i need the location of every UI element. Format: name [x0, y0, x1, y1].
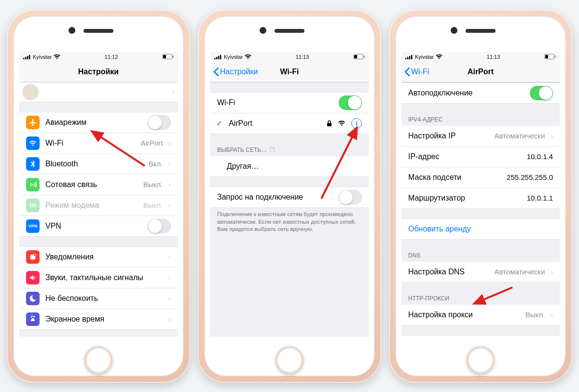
back-label: Wi-Fi: [411, 68, 429, 76]
row-hotspot[interactable]: Режим модема Выкл. ›: [19, 195, 178, 216]
row-bluetooth[interactable]: Bluetooth Вкл. ›: [19, 154, 178, 175]
moon-icon: [26, 292, 40, 305]
status-bar: Kyivstar 11:13: [210, 52, 369, 62]
row-other-network[interactable]: Другая…: [210, 156, 369, 177]
phone-3: Kyivstar 11:13 Wi-Fi: [389, 10, 572, 383]
proxy-header: HTTP-ПРОКСИ: [401, 292, 560, 305]
wifi-icon: [245, 54, 251, 59]
back-label: Настройки: [220, 68, 258, 76]
home-button[interactable]: [84, 346, 112, 374]
label: Маска подсети: [408, 173, 501, 182]
chevron-icon: ›: [168, 160, 171, 168]
value: Автоматически: [494, 132, 545, 140]
row-manage-network[interactable]: Управлять этой сетью: [401, 335, 560, 337]
label: Другая…: [227, 162, 362, 171]
status-time: 11:13: [296, 54, 309, 60]
row-sounds[interactable]: Звуки, тактильные сигналы ›: [19, 268, 178, 288]
svg-rect-18: [218, 56, 220, 59]
back-button[interactable]: Настройки: [213, 62, 258, 82]
network-name: AirPort: [229, 119, 321, 128]
row-screentime[interactable]: Экранное время ›: [19, 309, 178, 330]
home-button[interactable]: [467, 346, 495, 374]
svg-rect-23: [327, 123, 331, 126]
bezel: Kyivstar 11:13 Wi-Fi: [396, 16, 565, 376]
page-title: Настройки: [78, 68, 119, 76]
choose-network-header: ВЫБРАТЬ СЕТЬ…: [210, 144, 369, 157]
label: Wi-Fi: [217, 98, 333, 107]
svg-rect-33: [405, 58, 407, 59]
header-text: ВЫБРАТЬ СЕТЬ…: [217, 147, 267, 153]
info-button[interactable]: i: [351, 118, 362, 129]
antenna-icon: [26, 178, 40, 191]
row-vpn[interactable]: VPN VPN: [19, 216, 178, 237]
phone-2: Kyivstar 11:13 Настр: [198, 10, 381, 383]
bezel: Kyivstar 11:12 Настройки: [14, 16, 183, 376]
row-cellular[interactable]: Сотовая связь Выкл. ›: [19, 175, 178, 195]
svg-rect-29: [273, 151, 275, 152]
row-wifi[interactable]: Wi-Fi AirPort ›: [19, 133, 178, 154]
profile-row[interactable]: ›: [19, 82, 178, 102]
row-ip-config[interactable]: Настройка IP Автоматически ›: [401, 126, 560, 147]
chevron-icon: ›: [172, 88, 175, 96]
row-dnd[interactable]: Не беспокоить ›: [19, 288, 178, 309]
chevron-icon: ›: [168, 295, 171, 302]
label: Bluetooth: [45, 160, 143, 168]
svg-rect-22: [354, 55, 357, 58]
svg-rect-39: [545, 55, 548, 58]
label: Маршрутизатор: [408, 194, 521, 203]
svg-rect-6: [163, 55, 166, 58]
bezel: Kyivstar 11:13 Настр: [205, 16, 374, 376]
status-time: 11:12: [105, 54, 118, 60]
camera-dot: [69, 27, 75, 34]
spinner-icon: [269, 147, 276, 153]
value: Выкл.: [143, 180, 163, 189]
ask-toggle[interactable]: [339, 190, 362, 204]
wifi-icon: [26, 136, 40, 150]
svg-rect-28: [270, 148, 271, 149]
row-proxy-config[interactable]: Настройка прокси Выкл. ›: [401, 305, 560, 325]
row-connected-network[interactable]: ✓ AirPort i: [210, 113, 369, 134]
page-title: AirPort: [468, 68, 494, 76]
bluetooth-icon: [26, 157, 40, 171]
row-notifications[interactable]: Уведомления ›: [19, 246, 178, 268]
svg-point-8: [33, 204, 36, 207]
dns-header: DNS: [401, 249, 560, 262]
screen-airport: Kyivstar 11:13 Wi-Fi: [401, 52, 560, 337]
notifications-icon: [26, 250, 40, 264]
svg-rect-19: [220, 55, 221, 59]
auto-join-toggle[interactable]: [530, 86, 553, 100]
ipv4-header: IPV4-АДРЕС: [401, 113, 560, 126]
row-ask-to-join[interactable]: Запрос на подключение: [210, 187, 369, 208]
label: Звуки, тактильные сигналы: [45, 273, 163, 282]
label: IP-адрес: [408, 152, 521, 161]
airplane-toggle[interactable]: [148, 115, 171, 130]
svg-rect-31: [270, 151, 271, 152]
label: Уведомления: [45, 253, 163, 261]
camera-dot: [260, 27, 266, 34]
row-subnet-mask: Маска подсети 255.255.255.0: [401, 167, 560, 188]
svg-rect-38: [555, 55, 556, 58]
nav-bar: Настройки Wi-Fi: [210, 62, 369, 82]
row-wifi-master[interactable]: Wi-Fi: [210, 92, 369, 113]
carrier-label: Kyivstar: [415, 54, 434, 60]
home-button[interactable]: [276, 346, 303, 374]
value: Выкл.: [525, 311, 545, 319]
wifi-icon: [436, 54, 442, 59]
svg-rect-26: [269, 150, 270, 150]
row-renew-lease[interactable]: Обновить аренду: [401, 218, 560, 240]
label: Запрос на подключение: [217, 193, 333, 202]
svg-rect-27: [274, 150, 275, 150]
back-button[interactable]: Wi-Fi: [404, 62, 429, 82]
row-dns-config[interactable]: Настройка DNS Автоматически ›: [401, 262, 560, 283]
svg-rect-1: [25, 57, 27, 59]
battery-icon: [544, 54, 556, 59]
label: Настройка IP: [408, 132, 488, 140]
value: Автоматически: [494, 268, 545, 276]
chevron-icon: ›: [551, 268, 553, 276]
wifi-icon: [54, 54, 60, 59]
row-auto-join[interactable]: Автоподключение: [401, 82, 560, 104]
wifi-toggle[interactable]: [339, 95, 362, 110]
label: Wi-Fi: [45, 139, 135, 148]
row-airplane[interactable]: Авиарежим: [19, 112, 178, 133]
vpn-toggle[interactable]: [148, 219, 171, 233]
